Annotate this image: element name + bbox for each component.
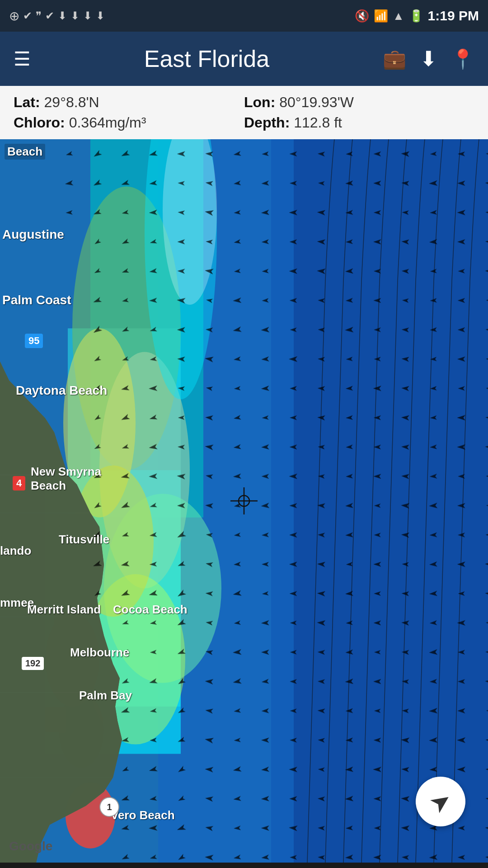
lat-label: Lat: xyxy=(14,94,40,110)
app-bar: ☰ East Florida 💼 ⬇ 📍 xyxy=(0,32,488,86)
info-bar: Lat: 29°8.8'N Lon: 80°19.93'W Chloro: 0.… xyxy=(0,86,488,139)
chloro-label: Chloro: xyxy=(14,114,65,131)
check2-icon: ✔ xyxy=(45,9,54,22)
page-title: East Florida xyxy=(40,45,374,72)
compass-arrow-icon: ➤ xyxy=(424,784,457,820)
check-circle-icon: ✔ xyxy=(23,9,32,22)
wifi-icon: 📶 xyxy=(374,9,388,23)
compass-button[interactable]: ➤ xyxy=(416,777,465,826)
location-pin-icon[interactable]: 📍 xyxy=(451,48,474,70)
lat-info: Lat: 29°8.8'N xyxy=(14,94,244,111)
download4-icon: ⬇ xyxy=(96,9,105,22)
status-icons-left: ⊕ ✔ ❞ ✔ ⬇ ⬇ ⬇ ⬇ xyxy=(9,9,105,24)
hamburger-menu-icon[interactable]: ☰ xyxy=(14,48,31,70)
quote-icon: ❞ xyxy=(36,9,42,22)
lat-value: 29°8.8'N xyxy=(44,94,99,110)
lon-value: 80°19.93'W xyxy=(279,94,354,110)
download1-icon: ⬇ xyxy=(58,9,67,22)
download-icon[interactable]: ⬇ xyxy=(420,47,437,71)
download3-icon: ⬇ xyxy=(83,9,92,22)
download2-icon: ⬇ xyxy=(70,9,80,22)
chloro-info: Chloro: 0.364mg/m³ xyxy=(14,114,244,131)
depth-label: Depth: xyxy=(244,114,290,131)
battery-icon: 🔋 xyxy=(409,9,423,23)
lon-label: Lon: xyxy=(244,94,275,110)
status-bar: ⊕ ✔ ❞ ✔ ⬇ ⬇ ⬇ ⬇ 🔇 📶 ▲ 🔋 1:19 PM xyxy=(0,0,488,32)
mute-icon: 🔇 xyxy=(355,9,369,23)
add-icon: ⊕ xyxy=(9,9,19,24)
depth-info: Depth: 112.8 ft xyxy=(244,114,474,131)
map-container[interactable]: Beach Augustine Palm Coast Daytona Beach… xyxy=(0,139,488,863)
chloro-value: 0.364mg/m³ xyxy=(69,114,146,131)
map-svg xyxy=(0,139,488,863)
lon-info: Lon: 80°19.93'W xyxy=(244,94,474,111)
depth-value: 112.8 ft xyxy=(294,114,342,131)
status-time: 1:19 PM xyxy=(428,8,479,24)
briefcase-icon[interactable]: 💼 xyxy=(383,48,406,70)
signal-icon: ▲ xyxy=(393,9,404,23)
app-bar-actions: 💼 ⬇ 📍 xyxy=(383,47,474,71)
status-icons-right: 🔇 📶 ▲ 🔋 1:19 PM xyxy=(355,8,479,24)
